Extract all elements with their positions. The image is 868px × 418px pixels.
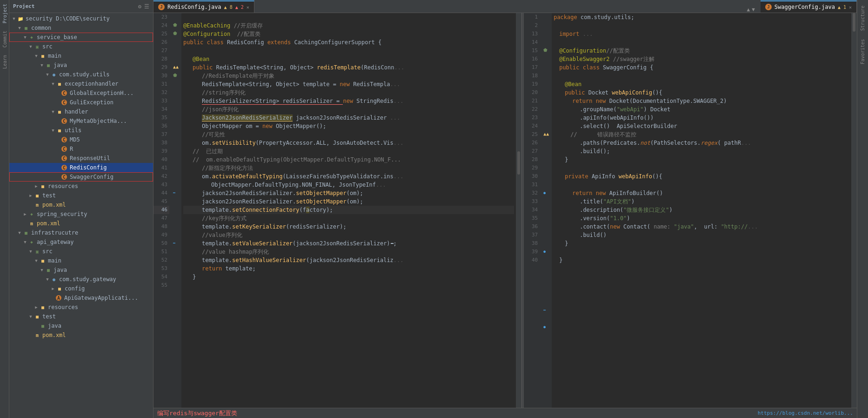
code-line-53: return template; <box>183 264 514 273</box>
gutter-mark-28[interactable]: ▲▲ <box>173 63 179 70</box>
gutter-mark-r15[interactable]: ⬟ <box>543 47 548 53</box>
tree-item-main2[interactable]: ▼ ■ main <box>9 256 153 265</box>
ln-54: 54 <box>154 273 169 281</box>
java-icon-tab-swagger: J <box>765 4 772 10</box>
tab-swaggerconfig[interactable]: J SwaggerConfig.java ▲ 1 ✕ <box>761 0 857 13</box>
tree-item-resources[interactable]: ▶ ■ resources <box>9 182 153 191</box>
tree-item-redisconfig[interactable]: C RedisConfig <box>9 163 153 172</box>
xml-icon-pom2: m <box>28 220 35 227</box>
tab-close-redis[interactable]: ✕ <box>247 5 249 10</box>
tree-item-src2[interactable]: ▼ ▣ src <box>9 247 153 256</box>
tree-item-java2[interactable]: ▼ ■ java <box>9 265 153 275</box>
gutter-mark-24[interactable]: ⬟ <box>173 21 177 28</box>
tree-item-globalexception[interactable]: C GlobalExceptionH... <box>9 88 153 98</box>
tab-action-up[interactable]: ▲ <box>747 7 750 13</box>
tree-item-md5[interactable]: C MD5 <box>9 135 153 144</box>
tab-close-swagger[interactable]: ✕ <box>849 5 852 10</box>
scrollbar-right[interactable] <box>851 13 857 408</box>
gutter-mark-50[interactable]: ━ <box>173 239 175 246</box>
tabs-bar: J RedisConfig.java ▲ 8 ▲ 2 ✕ ▲ ▼ J Swagg… <box>154 0 857 13</box>
gutter-mark-25[interactable]: ⬟ <box>173 30 177 36</box>
tree-item-main[interactable]: ▼ ■ main <box>9 51 153 61</box>
tree-item-exceptionhandler[interactable]: ▼ ■ exceptionhandler <box>9 79 153 88</box>
cfile-icon-guliexception: C <box>61 100 67 105</box>
tree-item-service-base[interactable]: ▼ ◆ service_base <box>9 33 153 42</box>
gutter-mark-r19[interactable]: ▲▲ <box>543 130 549 137</box>
scrollbar-left[interactable] <box>516 13 521 408</box>
tree-item-infrastrucutre[interactable]: ▼ ■ infrastrucutre <box>9 228 153 237</box>
tree-item-utils[interactable]: ▼ ■ utils <box>9 126 153 135</box>
structure-tab[interactable]: Structure <box>859 2 867 34</box>
tree-item-apigateway[interactable]: A ApiGatewayApplicati... <box>9 293 153 303</box>
tree-item-guliexception[interactable]: C GuliException <box>9 98 153 107</box>
tree-item-r[interactable]: C R <box>9 144 153 154</box>
tree-item-pkg[interactable]: ▼ ● com.study.utils <box>9 70 153 79</box>
favorites-tab[interactable]: Favorites <box>859 35 867 68</box>
arrow-security: ▼ <box>11 16 17 21</box>
tree-item-resources2[interactable]: ▶ ■ resources <box>9 303 153 312</box>
tree-icon-menu[interactable]: ☰ <box>144 3 149 10</box>
gutter-mark-r24[interactable]: ● <box>543 189 546 196</box>
tab-warning-redis: ▲ 8 <box>224 5 233 10</box>
tree-item-test2[interactable]: ▼ ■ test <box>9 312 153 321</box>
status-url[interactable]: https://blog.csdn.net/worlib... <box>758 410 853 416</box>
tree-item-src[interactable]: ▼ ▣ src <box>9 42 153 51</box>
code-line-30: //RedisTemplate用于对象 <box>183 72 514 80</box>
tree-item-spring-security[interactable]: ▶ ◆ spring_security <box>9 209 153 219</box>
rln-17: 17 <box>524 63 540 72</box>
code-line-31: RedisTemplate<String, Object> template =… <box>183 80 514 88</box>
gutter-mark-r28[interactable]: ● <box>543 248 546 254</box>
label-resources2: resources <box>48 304 78 310</box>
tab-action-down[interactable]: ▼ <box>752 7 755 13</box>
line-numbers-left: 23 24 25 26 27 28 29 30 31 32 33 34 35 3… <box>154 13 172 408</box>
code-line-26: public class RedisConfig extends Caching… <box>183 38 514 47</box>
gutter-mark-29[interactable]: ⬟ <box>173 72 177 78</box>
tree-item-config[interactable]: ▶ ■ config <box>9 284 153 293</box>
tree-item-mymetaobject[interactable]: C MyMetaObjectHa... <box>9 116 153 126</box>
tree-item-responseutil[interactable]: C ResponseUtil <box>9 154 153 163</box>
scrollbar-thumb-left[interactable] <box>517 151 520 175</box>
label-pom2: pom.xml <box>37 220 60 227</box>
ln-48: 48 <box>154 222 169 231</box>
gutter-mark-r37[interactable]: ● <box>543 323 546 330</box>
rln-40: 40 <box>524 256 540 264</box>
tree-item-common[interactable]: ▼ ■ common <box>9 23 153 33</box>
tree-item-java3[interactable]: ■ java <box>9 321 153 330</box>
ln-38: 38 <box>154 139 169 147</box>
tree-item-pom1[interactable]: m pom.xml <box>9 200 153 209</box>
scrollbar-thumb-right[interactable] <box>853 13 855 32</box>
tree-item-java[interactable]: ▼ ■ java <box>9 61 153 70</box>
tree-item-test[interactable]: ▶ ■ test <box>9 191 153 200</box>
tab-redisconfig[interactable]: J RedisConfig.java ▲ 8 ▲ 2 ✕ <box>154 0 254 13</box>
gutter-mark-46[interactable]: ━ <box>173 189 175 196</box>
code-content-left[interactable]: @EnableCaching //开启缓存 @Configuration //配… <box>181 13 516 408</box>
tree-icon-gear[interactable]: ⚙ <box>138 3 141 10</box>
label-resources: resources <box>48 183 78 189</box>
commit-tab[interactable]: Commit <box>0 27 9 51</box>
rcode-23: .apiInfo(webApiInfo()) <box>554 114 849 122</box>
tree-item-api-gateway[interactable]: ▼ ◆ api_gateway <box>9 237 153 247</box>
gutter-mark-r35[interactable]: ━ <box>543 306 546 313</box>
rcode-35: .version("1.0") <box>554 214 849 222</box>
tree-item-security[interactable]: ▼ 📁 security D:\CODE\security <box>9 14 153 23</box>
rcode-29 <box>554 164 849 172</box>
tree-item-pom2[interactable]: m pom.xml <box>9 219 153 228</box>
label-config: config <box>65 285 85 292</box>
learn-tab[interactable]: Learn <box>0 51 9 73</box>
rln-38: 38 <box>524 239 540 248</box>
tab-label-swaggerconfig: SwaggerConfig.java <box>775 4 835 10</box>
tab-error-redis: ▲ 2 <box>235 5 244 10</box>
tree-item-pkg2[interactable]: ▼ ● com.study.gateway <box>9 275 153 284</box>
pkg-icon: ● <box>50 71 58 78</box>
arrow-service-base: ▼ <box>22 35 28 40</box>
project-tab[interactable]: Project <box>0 0 9 27</box>
folder-icon-test2: ■ <box>33 313 41 320</box>
code-content-right[interactable]: package com.study.utils; import ... @Con… <box>552 13 851 408</box>
code-line-23 <box>183 13 514 21</box>
label-common: common <box>31 25 51 31</box>
tree-item-swaggerconfig[interactable]: C SwaggerConfig <box>9 172 153 182</box>
rcode-13: import ... <box>554 30 849 38</box>
rcode-2 <box>554 21 849 30</box>
tree-item-handler[interactable]: ▼ ■ handler <box>9 107 153 116</box>
tree-item-pom3[interactable]: m pom.xml <box>9 330 153 340</box>
